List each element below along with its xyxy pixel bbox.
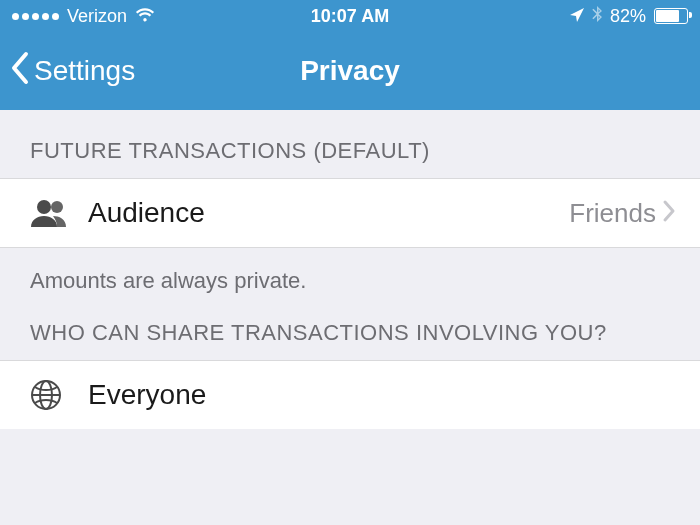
everyone-row[interactable]: Everyone	[0, 360, 700, 429]
wifi-icon	[135, 6, 155, 27]
chevron-right-icon	[662, 199, 676, 227]
audience-value: Friends	[569, 198, 662, 229]
status-right: 82%	[463, 6, 688, 27]
audience-label: Audience	[74, 197, 569, 229]
carrier-label: Verizon	[67, 6, 127, 27]
bluetooth-icon	[592, 6, 602, 27]
svg-point-1	[51, 201, 63, 213]
status-left: Verizon	[12, 6, 237, 27]
signal-strength-icon	[12, 13, 59, 20]
chevron-left-icon	[10, 51, 30, 92]
battery-fill	[656, 10, 679, 22]
back-label: Settings	[34, 55, 135, 87]
battery-pct: 82%	[610, 6, 646, 27]
location-icon	[570, 6, 584, 27]
status-time: 10:07 AM	[237, 6, 462, 27]
globe-icon	[30, 379, 74, 411]
battery-icon	[654, 8, 688, 24]
everyone-label: Everyone	[74, 379, 676, 411]
audience-row[interactable]: Audience Friends	[0, 178, 700, 248]
back-button[interactable]: Settings	[0, 51, 135, 92]
amounts-note: Amounts are always private.	[0, 248, 700, 302]
nav-bar: Settings Privacy	[0, 32, 700, 110]
svg-point-0	[37, 200, 51, 214]
status-bar: Verizon 10:07 AM 82%	[0, 0, 700, 32]
section-header-share: WHO CAN SHARE TRANSACTIONS INVOLVING YOU…	[0, 302, 700, 360]
people-icon	[30, 199, 74, 227]
section-header-future: FUTURE TRANSACTIONS (DEFAULT)	[0, 110, 700, 178]
